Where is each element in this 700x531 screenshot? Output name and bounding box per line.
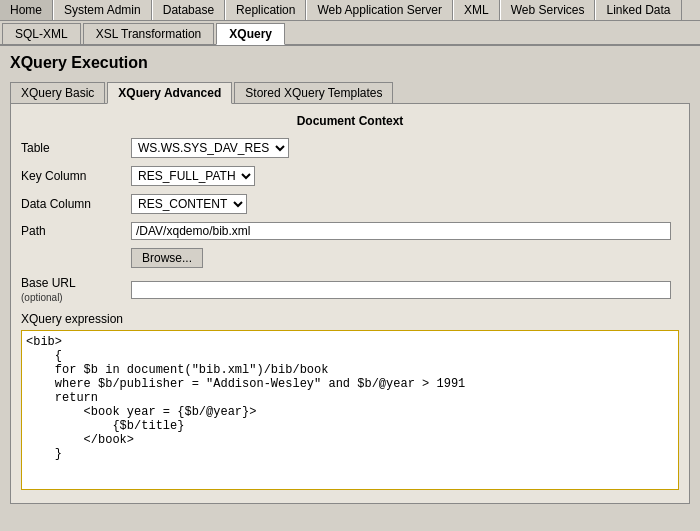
- browse-button[interactable]: Browse...: [131, 248, 203, 268]
- tab-xquery-basic[interactable]: XQuery Basic: [10, 82, 105, 103]
- tab-bar: XQuery Basic XQuery Advanced Stored XQue…: [0, 78, 700, 103]
- second-nav: SQL-XML XSL Transformation XQuery: [0, 21, 700, 46]
- data-column-row: Data Column RES_CONTENT: [21, 194, 679, 214]
- second-nav-sql-xml[interactable]: SQL-XML: [2, 23, 81, 44]
- page-title: XQuery Execution: [0, 46, 700, 78]
- document-context-header: Document Context: [21, 114, 679, 128]
- path-label: Path: [21, 224, 131, 238]
- path-row: Path Browse...: [21, 222, 679, 268]
- nav-replication[interactable]: Replication: [225, 0, 306, 20]
- key-column-select[interactable]: RES_FULL_PATH: [131, 166, 255, 186]
- second-nav-xsl-transformation[interactable]: XSL Transformation: [83, 23, 215, 44]
- tab-xquery-advanced[interactable]: XQuery Advanced: [107, 82, 232, 104]
- xquery-textarea[interactable]: [21, 330, 679, 490]
- table-select[interactable]: WS.WS.SYS_DAV_RES: [131, 138, 289, 158]
- nav-web-application-server[interactable]: Web Application Server: [306, 0, 453, 20]
- nav-linked-data[interactable]: Linked Data: [595, 0, 681, 20]
- base-url-label: Base URL (optional): [21, 276, 131, 304]
- key-column-label: Key Column: [21, 169, 131, 183]
- top-nav: Home System Admin Database Replication W…: [0, 0, 700, 21]
- path-input[interactable]: [131, 222, 671, 240]
- base-url-row: Base URL (optional): [21, 276, 679, 304]
- base-url-input[interactable]: [131, 281, 671, 299]
- nav-system-admin[interactable]: System Admin: [53, 0, 152, 20]
- table-row: Table WS.WS.SYS_DAV_RES: [21, 138, 679, 158]
- data-column-select[interactable]: RES_CONTENT: [131, 194, 247, 214]
- nav-home[interactable]: Home: [0, 0, 53, 20]
- tab-stored-xquery-templates[interactable]: Stored XQuery Templates: [234, 82, 393, 103]
- nav-database[interactable]: Database: [152, 0, 225, 20]
- xquery-expression-label: XQuery expression: [21, 312, 679, 326]
- nav-xml[interactable]: XML: [453, 0, 500, 20]
- key-column-row: Key Column RES_FULL_PATH: [21, 166, 679, 186]
- second-nav-xquery[interactable]: XQuery: [216, 23, 285, 45]
- main-content: Document Context Table WS.WS.SYS_DAV_RES…: [10, 103, 690, 504]
- nav-web-services[interactable]: Web Services: [500, 0, 596, 20]
- table-label: Table: [21, 141, 131, 155]
- data-column-label: Data Column: [21, 197, 131, 211]
